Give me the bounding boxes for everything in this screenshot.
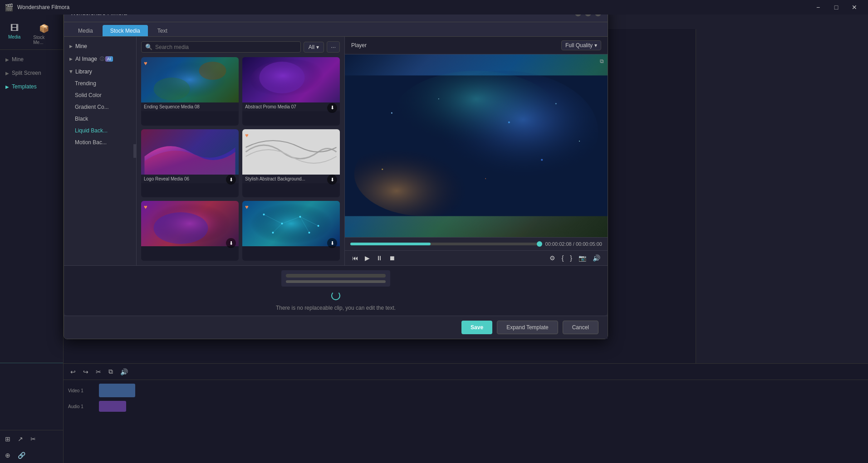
sidebar-section-library: ▶ Library Trending Solid Color Gradient … <box>64 66 136 148</box>
download-icon-4[interactable]: ⬇ <box>327 175 337 185</box>
volume-icon[interactable]: 🔊 <box>591 253 602 263</box>
maximize-button[interactable]: □ <box>827 0 845 14</box>
filter-button[interactable]: All ▾ <box>304 42 324 53</box>
skip-back-button[interactable]: ⏮ <box>350 253 360 263</box>
player-label: Player <box>351 42 367 49</box>
more-options-button[interactable]: ··· <box>327 41 340 53</box>
cut-indicator[interactable]: ⧉ <box>600 58 604 64</box>
sidebar-item-gradient-co[interactable]: Gradient Co... <box>64 101 136 113</box>
audio-clip[interactable] <box>99 401 126 412</box>
media-card-3[interactable]: ⬇ Logo Reveal Media 06 <box>141 129 239 198</box>
svg-point-25 <box>508 122 510 123</box>
close-button[interactable]: ✕ <box>845 0 863 14</box>
sidebar-item-liquid-back[interactable]: Liquid Back... <box>64 125 136 136</box>
screenshot-icon[interactable]: 📷 <box>577 253 588 263</box>
sidebar-item-black[interactable]: Black <box>64 113 136 125</box>
player-progress-row: 00:00:02:08 / 00:00:05:00 <box>345 237 608 250</box>
dialog-tabs: Media Stock Media Text <box>64 22 608 37</box>
thumb-abstract-promo <box>242 57 340 102</box>
sidebar-item-templates[interactable]: ▶ Templates <box>0 80 63 93</box>
sidebar-header-mine[interactable]: ▶ Mine <box>64 40 136 52</box>
split-button[interactable]: ⧉ <box>106 366 115 377</box>
stock-media-tab[interactable]: 📦 Stock Me... <box>29 22 59 47</box>
sidebar-item-motion-bac[interactable]: Motion Bac... <box>64 136 136 148</box>
sidebar-header-ai[interactable]: ▶ AI Image ⓘ AI <box>64 53 136 65</box>
expand-template-button[interactable]: Expand Template <box>497 321 558 334</box>
loading-spinner <box>331 291 340 300</box>
svg-point-4 <box>260 62 305 93</box>
left-panel: 🎞 Media 📦 Stock Me... ▶ Mine ▶ Split Scr… <box>0 15 64 463</box>
thumb-logo-reveal <box>141 129 239 175</box>
settings-icon[interactable]: ⚙ <box>548 253 557 263</box>
media-card-1[interactable]: ♥ Ending Sequence Media 08 <box>141 57 239 126</box>
thumb-ending-sequence <box>141 57 239 102</box>
chevron-right-icon-2: ▶ <box>5 71 9 76</box>
sidebar-collapse-button[interactable]: ‹ <box>133 144 137 158</box>
video-clip[interactable] <box>99 384 135 397</box>
timeline-toolbar: ↩ ↪ ✂ ⧉ 🔊 <box>64 364 868 380</box>
search-input[interactable] <box>155 44 297 50</box>
media-card-5[interactable]: ♥ ⬇ <box>141 201 239 261</box>
minimize-button[interactable]: − <box>809 0 827 14</box>
sidebar-header-library[interactable]: ▶ Library <box>64 66 136 78</box>
bracket-left-icon[interactable]: { <box>560 253 566 263</box>
sidebar-section-ai: ▶ AI Image ⓘ AI <box>64 53 136 65</box>
bottom-timeline: ↩ ↪ ✂ ⧉ 🔊 Video 1 Audio 1 <box>64 363 868 463</box>
download-icon-3[interactable]: ⬇ <box>226 175 236 185</box>
dialog-footer: Save Expand Template Cancel <box>64 316 608 339</box>
quality-select[interactable]: Full Quality ▾ <box>561 40 601 50</box>
sidebar-item-solid-color[interactable]: Solid Color <box>64 89 136 101</box>
svg-point-27 <box>579 141 580 141</box>
sidebar-item-split-screen[interactable]: ▶ Split Screen <box>0 66 63 80</box>
scissors-icon[interactable]: ✂ <box>28 434 38 444</box>
media-grid: ♥ Ending Sequence Media 08 <box>141 57 340 261</box>
svg-point-26 <box>555 103 557 104</box>
stop-button[interactable]: ⏹ <box>387 253 397 263</box>
media-card-6[interactable]: ♥ ⬇ <box>242 201 340 261</box>
save-button[interactable]: Save <box>461 321 492 334</box>
app-titlebar: 🎬 Wondershare Filmora − □ ✕ <box>0 0 868 15</box>
media-card-2[interactable]: ⬇ Abstract Promo Media 07 <box>242 57 340 126</box>
app-icon: 🎬 <box>5 3 14 12</box>
grid-icon[interactable]: ⊞ <box>3 434 13 444</box>
player-header: Player Full Quality ▾ <box>345 37 608 54</box>
download-icon-5[interactable]: ⬇ <box>226 238 236 248</box>
progress-fill <box>350 243 431 245</box>
undo-button[interactable]: ↩ <box>68 367 78 377</box>
media-card-4[interactable]: ♥ ⬇ Stylish Abstract Background... <box>242 129 340 198</box>
abstract-visual <box>242 57 340 102</box>
loading-area <box>331 291 340 300</box>
teal-visual <box>242 201 340 246</box>
tab-stock-media[interactable]: Stock Media <box>103 25 148 36</box>
cut-button[interactable]: ✂ <box>93 367 103 377</box>
audio-button[interactable]: 🔊 <box>118 367 130 377</box>
download-icon-6[interactable]: ⬇ <box>327 238 337 248</box>
tab-media[interactable]: Media <box>70 25 101 36</box>
download-icon-2[interactable]: ⬇ <box>327 103 337 113</box>
bracket-right-icon[interactable]: } <box>568 253 574 263</box>
progress-bar[interactable] <box>350 243 542 245</box>
sidebar-item-mine[interactable]: ▶ Mine <box>0 53 63 66</box>
media-grid-area: 🔍 All ▾ ··· <box>137 37 344 265</box>
svg-point-28 <box>382 169 383 170</box>
redo-button[interactable]: ↪ <box>81 367 91 377</box>
cancel-button[interactable]: Cancel <box>563 321 598 334</box>
play-button[interactable]: ▶ <box>363 253 372 263</box>
timeline-bar-bottom <box>286 280 386 283</box>
chevron-down-quality: ▾ <box>594 42 597 49</box>
pause-button[interactable]: ⏸ <box>374 253 384 263</box>
svg-point-23 <box>391 112 392 114</box>
add-icon[interactable]: ⊕ <box>3 450 13 460</box>
video-particle-fx <box>345 54 608 237</box>
thumb-stylish-abstract <box>242 129 340 175</box>
media-tab[interactable]: 🎞 Media <box>4 22 25 47</box>
window-controls: − □ ✕ <box>809 0 863 14</box>
svg-point-22 <box>392 71 560 165</box>
svg-point-6 <box>154 212 208 244</box>
tab-text[interactable]: Text <box>150 25 175 36</box>
sidebar-item-trending[interactable]: Trending <box>64 78 136 89</box>
link-icon[interactable]: 🔗 <box>15 450 28 460</box>
time-display: 00:00:02:08 / 00:00:05:00 <box>545 241 602 247</box>
cursor-icon[interactable]: ↗ <box>15 434 25 444</box>
svg-point-2 <box>199 62 226 80</box>
